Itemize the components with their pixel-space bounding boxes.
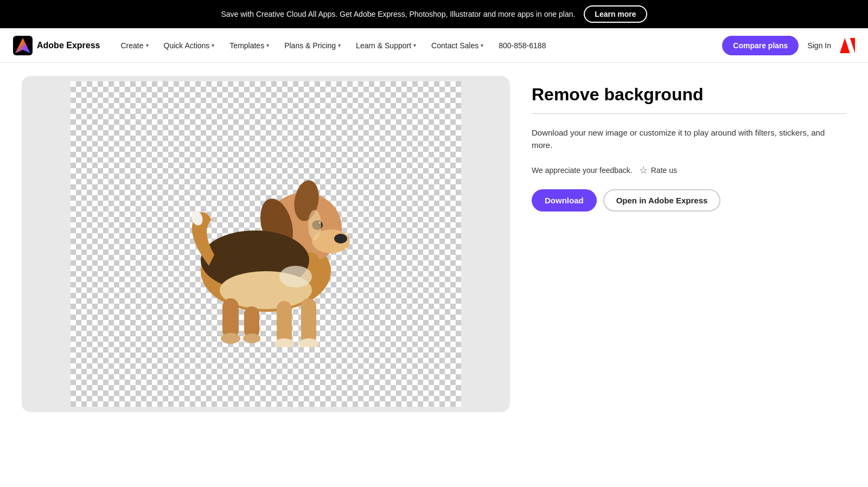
- svg-rect-18: [301, 298, 316, 344]
- nav-label-create: Create: [120, 41, 143, 50]
- action-buttons: Download Open in Adobe Express: [532, 189, 846, 212]
- feedback-row: We appreciate your feedback. ☆ Rate us: [532, 164, 846, 176]
- rate-us-button[interactable]: ☆ Rate us: [639, 164, 677, 176]
- svg-rect-17: [277, 301, 292, 344]
- learn-more-button[interactable]: Learn more: [584, 5, 647, 23]
- nav-item-create[interactable]: Create ▾: [113, 37, 156, 54]
- nav-label-plans-pricing: Plans & Pricing: [284, 41, 336, 50]
- top-banner: Save with Creative Cloud All Apps. Get A…: [0, 0, 868, 28]
- download-button[interactable]: Download: [532, 189, 597, 212]
- svg-marker-2: [840, 38, 850, 53]
- banner-text: Save with Creative Cloud All Apps. Get A…: [221, 10, 575, 18]
- feedback-text: We appreciate your feedback.: [532, 166, 633, 175]
- chevron-down-icon: ▾: [338, 42, 341, 48]
- sign-in-link[interactable]: Sign In: [807, 41, 831, 50]
- adobe-express-logo-icon: [13, 36, 33, 55]
- chevron-down-icon: ▾: [212, 42, 214, 48]
- svg-point-24: [243, 334, 260, 343]
- header-right: Compare plans Sign In: [722, 36, 855, 55]
- nav-label-quick-actions: Quick Actions: [164, 41, 210, 50]
- svg-rect-19: [222, 298, 239, 339]
- nav-label-templates: Templates: [229, 41, 264, 50]
- nav-item-plans-pricing[interactable]: Plans & Pricing ▾: [277, 37, 348, 54]
- nav-label-contact-sales: Contact Sales: [431, 41, 478, 50]
- panel-title: Remove background: [532, 85, 846, 105]
- chevron-down-icon: ▾: [266, 42, 269, 48]
- dog-image: [152, 141, 380, 347]
- header: Adobe Express Create ▾ Quick Actions ▾ T…: [0, 28, 868, 63]
- svg-marker-3: [850, 38, 855, 53]
- nav-phone: 800-858-6188: [491, 37, 553, 54]
- nav-links: Create ▾ Quick Actions ▾ Templates ▾ Pla…: [113, 37, 722, 54]
- svg-point-23: [221, 333, 240, 344]
- rate-us-label: Rate us: [651, 166, 677, 175]
- right-panel: Remove background Download your new imag…: [532, 76, 846, 220]
- svg-point-26: [279, 266, 312, 287]
- panel-divider: [532, 113, 846, 114]
- logo-text: Adobe Express: [37, 41, 100, 50]
- compare-plans-button[interactable]: Compare plans: [722, 36, 799, 55]
- logo-area[interactable]: Adobe Express: [13, 36, 100, 55]
- main-content: Remove background Download your new imag…: [0, 63, 868, 425]
- nav-item-quick-actions[interactable]: Quick Actions ▾: [156, 37, 222, 54]
- nav-item-templates[interactable]: Templates ▾: [222, 37, 277, 54]
- panel-description: Download your new image or customize it …: [532, 127, 846, 151]
- nav-item-learn-support[interactable]: Learn & Support ▾: [348, 37, 424, 54]
- chevron-down-icon: ▾: [146, 42, 149, 48]
- svg-point-13: [308, 210, 321, 240]
- svg-point-7: [334, 234, 347, 244]
- nav-item-contact-sales[interactable]: Contact Sales ▾: [424, 37, 491, 54]
- adobe-logo-icon: [840, 38, 855, 53]
- open-in-express-button[interactable]: Open in Adobe Express: [603, 189, 721, 212]
- checker-background: [71, 81, 461, 407]
- chevron-down-icon: ▾: [481, 42, 483, 48]
- image-preview-container: [22, 76, 510, 412]
- star-icon: ☆: [639, 164, 648, 176]
- chevron-down-icon: ▾: [413, 42, 416, 48]
- nav-label-learn-support: Learn & Support: [356, 41, 411, 50]
